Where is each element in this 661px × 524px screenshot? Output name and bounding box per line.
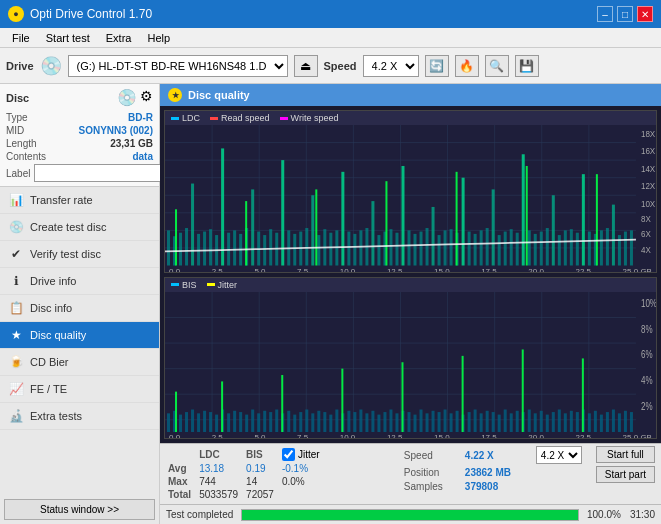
svg-rect-142 [233, 410, 236, 432]
sidebar: Disc 💿 ⚙ Type BD-R MID SONYNN3 (002) Len… [0, 84, 160, 524]
drive-select[interactable]: (G:) HL-DT-ST BD-RE WH16NS48 1.D3 [68, 55, 288, 77]
svg-rect-194 [546, 414, 549, 432]
svg-rect-61 [438, 235, 441, 265]
write-legend-item: Write speed [280, 113, 339, 123]
jitter-checkbox[interactable]: Jitter [282, 448, 320, 461]
maximize-button[interactable]: □ [617, 6, 633, 22]
svg-rect-151 [287, 410, 290, 432]
sidebar-item-disc-info[interactable]: 📋 Disc info [0, 295, 159, 322]
svg-rect-82 [564, 230, 567, 265]
menu-start-test[interactable]: Start test [38, 31, 98, 45]
ldc-col-header: LDC [199, 448, 244, 461]
speed-dropdown[interactable]: 4.2 X [536, 446, 582, 464]
svg-rect-69 [486, 228, 489, 265]
minimize-button[interactable]: – [597, 6, 613, 22]
svg-rect-149 [275, 409, 278, 432]
label-key: Label [6, 168, 30, 179]
svg-rect-134 [185, 412, 188, 432]
svg-rect-75 [522, 154, 525, 265]
sidebar-item-create-test-disc[interactable]: 💿 Create test disc [0, 214, 159, 241]
mid-key: MID [6, 125, 24, 136]
svg-rect-88 [600, 230, 603, 265]
svg-rect-71 [498, 235, 501, 265]
max-row-label: Max [168, 476, 197, 487]
svg-rect-187 [504, 409, 507, 432]
svg-rect-145 [251, 409, 254, 432]
save-button[interactable]: 💾 [515, 55, 539, 77]
jitter-check-input[interactable] [282, 448, 295, 461]
svg-rect-201 [588, 413, 591, 432]
refresh-button[interactable]: 🔄 [425, 55, 449, 77]
svg-rect-157 [323, 412, 326, 432]
svg-rect-73 [510, 229, 513, 265]
svg-rect-76 [528, 230, 531, 265]
svg-rect-56 [407, 230, 410, 265]
svg-rect-141 [227, 413, 230, 432]
extra-tests-icon: 🔬 [8, 408, 24, 424]
sidebar-item-transfer-rate[interactable]: 📊 Transfer rate [0, 187, 159, 214]
scan-button[interactable]: 🔍 [485, 55, 509, 77]
chart2-legend: BIS Jitter [165, 278, 656, 292]
create-test-disc-icon: 💿 [8, 219, 24, 235]
status-window-button[interactable]: Status window >> [4, 499, 155, 520]
svg-rect-45 [341, 172, 344, 266]
disc-quality-title: Disc quality [188, 89, 250, 101]
eject-button[interactable]: ⏏ [294, 55, 318, 77]
contents-value: data [132, 151, 153, 162]
svg-rect-47 [353, 234, 356, 266]
svg-rect-185 [492, 412, 495, 432]
svg-rect-55 [401, 166, 404, 266]
svg-rect-158 [329, 414, 332, 432]
svg-rect-54 [395, 233, 398, 266]
svg-rect-86 [588, 232, 591, 266]
svg-rect-43 [329, 233, 332, 266]
sidebar-item-extra-tests[interactable]: 🔬 Extra tests [0, 403, 159, 430]
samples-stat-row: Samples 379808 [404, 481, 582, 492]
position-stat-val: 23862 MB [465, 467, 530, 478]
jitter-legend-dot [207, 283, 215, 286]
speed-select[interactable]: 4.2 X [363, 55, 419, 77]
sidebar-item-cd-bier[interactable]: 🍺 CD Bier [0, 349, 159, 376]
chart2-x-axis: 0.02.55.07.5 10.012.515.017.5 20.022.525… [165, 432, 656, 439]
sidebar-item-disc-quality[interactable]: ★ Disc quality [0, 322, 159, 349]
svg-rect-27 [233, 230, 236, 265]
svg-rect-206 [618, 413, 621, 432]
cd-bier-icon: 🍺 [8, 354, 24, 370]
svg-rect-78 [540, 232, 543, 266]
svg-rect-60 [432, 207, 435, 266]
svg-text:4X: 4X [641, 244, 651, 255]
svg-rect-212 [341, 368, 343, 432]
jitter-legend-item: Jitter [207, 280, 238, 290]
sidebar-item-verify-test-disc[interactable]: ✔ Verify test disc [0, 241, 159, 268]
samples-stat-label: Samples [404, 481, 459, 492]
burn-button[interactable]: 🔥 [455, 55, 479, 77]
svg-rect-53 [389, 229, 392, 265]
sidebar-item-fe-te[interactable]: 📈 FE / TE [0, 376, 159, 403]
start-full-button[interactable]: Start full [596, 446, 655, 463]
sidebar-label-cd-bier: CD Bier [30, 356, 69, 368]
samples-stat-val: 379808 [465, 481, 530, 492]
menu-help[interactable]: Help [139, 31, 178, 45]
svg-text:18X: 18X [641, 128, 655, 139]
menu-extra[interactable]: Extra [98, 31, 140, 45]
drive-icon: 💿 [40, 55, 62, 77]
svg-rect-216 [582, 358, 584, 432]
disc-panel-title: Disc [6, 92, 29, 104]
close-button[interactable]: ✕ [637, 6, 653, 22]
start-part-button[interactable]: Start part [596, 466, 655, 483]
progress-fill [242, 510, 578, 520]
sidebar-item-drive-info[interactable]: ℹ Drive info [0, 268, 159, 295]
svg-rect-207 [624, 410, 627, 432]
speed-label: Speed [324, 60, 357, 72]
svg-rect-211 [281, 375, 283, 432]
sidebar-label-drive-info: Drive info [30, 275, 76, 287]
menu-file[interactable]: File [4, 31, 38, 45]
svg-rect-65 [462, 178, 465, 266]
svg-rect-188 [510, 413, 513, 432]
disc-settings-icon[interactable]: ⚙ [140, 88, 153, 108]
progress-bar-container: Test completed 100.0% 31:30 [160, 504, 661, 524]
avg-ldc-val: 13.18 [199, 463, 244, 474]
label-input[interactable] [34, 164, 163, 182]
svg-rect-131 [167, 413, 170, 432]
svg-rect-92 [624, 232, 627, 266]
